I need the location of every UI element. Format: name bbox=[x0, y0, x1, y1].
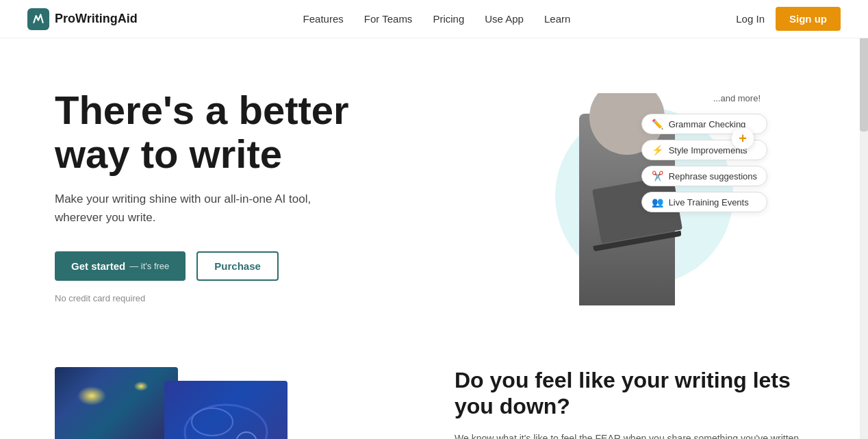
style-icon: ⚡ bbox=[652, 145, 663, 155]
hero-subtitle: Make your writing shine with our all-in-… bbox=[55, 190, 315, 227]
hero-section: There's a better way to write Make your … bbox=[0, 38, 868, 340]
second-left: My idea in my head bbox=[55, 367, 413, 439]
nav-pricing[interactable]: Pricing bbox=[433, 13, 464, 25]
painting-back bbox=[55, 367, 178, 439]
feature-card-rephrase: ✂️ Rephrase suggestions bbox=[641, 166, 767, 186]
free-text: — it's free bbox=[129, 261, 169, 271]
logo-text: ProWritingAid bbox=[55, 12, 138, 26]
plus-badge: + bbox=[732, 127, 754, 149]
second-section: My idea in my head Do you feel like your… bbox=[0, 340, 868, 439]
hero-title: There's a better way to write bbox=[55, 88, 448, 176]
training-label: Live Training Events bbox=[669, 197, 749, 208]
second-section-text: We know what it's like to feel the FEAR … bbox=[455, 431, 813, 439]
nav-links: Features For Teams Pricing Use App Learn bbox=[303, 13, 571, 25]
nav-for-teams[interactable]: For Teams bbox=[364, 13, 413, 25]
painting-front bbox=[164, 381, 288, 439]
feature-card-training: 👥 Live Training Events bbox=[641, 192, 767, 212]
grammar-icon: ✏️ bbox=[652, 118, 663, 129]
nav-actions: Log In Sign up bbox=[736, 7, 841, 31]
rephrase-icon: ✂️ bbox=[652, 171, 663, 181]
second-section-title: Do you feel like your writing lets you d… bbox=[455, 367, 813, 420]
svg-point-0 bbox=[185, 405, 267, 439]
svg-point-2 bbox=[236, 432, 257, 439]
starry-night bbox=[55, 367, 178, 439]
hero-illustration: ✏️ Grammar Checking ⚡ Style Improvements… bbox=[521, 86, 767, 305]
hero-note: No credit card required bbox=[55, 293, 448, 303]
main-nav: ProWritingAid Features For Teams Pricing… bbox=[0, 0, 868, 38]
nav-features[interactable]: Features bbox=[303, 13, 344, 25]
more-label: ...and more! bbox=[713, 93, 761, 103]
get-started-button[interactable]: Get started — it's free bbox=[55, 251, 186, 281]
svg-point-1 bbox=[192, 408, 233, 436]
signup-button[interactable]: Sign up bbox=[776, 7, 841, 31]
login-button[interactable]: Log In bbox=[736, 13, 765, 25]
grammar-label: Grammar Checking bbox=[669, 119, 746, 129]
logo-icon bbox=[27, 8, 49, 30]
hero-right: ✏️ Grammar Checking ⚡ Style Improvements… bbox=[448, 79, 841, 312]
painting-stack: My idea in my head bbox=[55, 367, 288, 439]
purchase-button[interactable]: Purchase bbox=[196, 251, 279, 281]
hero-left: There's a better way to write Make your … bbox=[55, 88, 448, 303]
logo-link[interactable]: ProWritingAid bbox=[27, 8, 138, 30]
training-icon: 👥 bbox=[652, 197, 663, 208]
nav-use-app[interactable]: Use App bbox=[485, 13, 524, 25]
page-scrollbar[interactable] bbox=[860, 0, 868, 439]
nav-learn[interactable]: Learn bbox=[544, 13, 570, 25]
second-right: Do you feel like your writing lets you d… bbox=[455, 367, 813, 439]
rephrase-label: Rephrase suggestions bbox=[669, 171, 757, 181]
hero-buttons: Get started — it's free Purchase bbox=[55, 251, 448, 281]
get-started-label: Get started bbox=[71, 260, 125, 272]
